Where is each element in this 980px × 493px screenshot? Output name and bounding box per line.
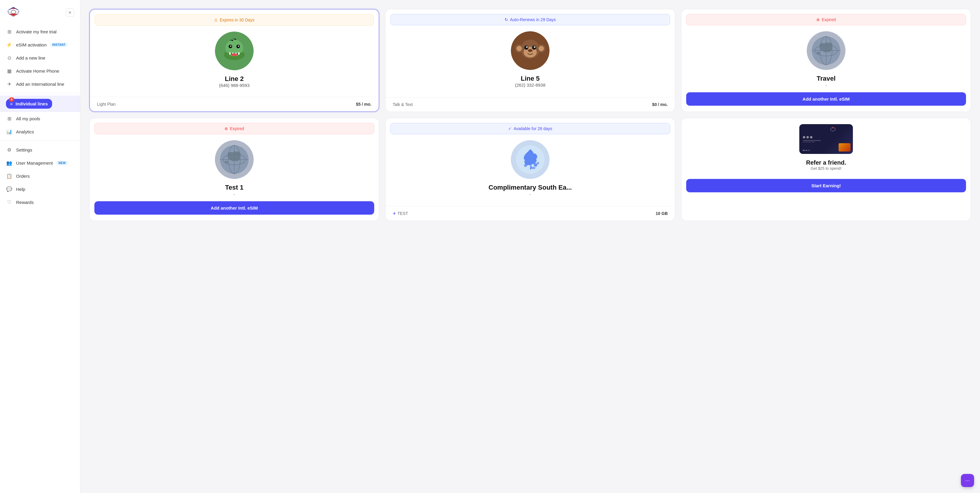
sidebar-divider2 <box>0 140 80 141</box>
card-refer-start-earning-button[interactable]: Start Earning! <box>686 179 966 192</box>
card-south-ea-plan: TEST <box>398 211 408 216</box>
card-line2-name: Line 2 <box>225 75 244 83</box>
card-refer-body: Refer a friend. Get $25 to spend! <box>681 118 971 175</box>
pools-icon: ⊞ <box>6 115 13 122</box>
chat-icon: ··· <box>965 477 970 484</box>
sidebar-item-international[interactable]: ✈ Add an International line <box>0 77 80 91</box>
sidebar-item-rewards[interactable]: ♡ Rewards <box>0 196 80 209</box>
card-line5-status: ↻ Auto-Renews in 29 Days <box>390 14 670 25</box>
card-south-ea[interactable]: ✓ Available for 28 days <box>385 118 675 221</box>
svg-point-21 <box>534 46 536 48</box>
sidebar-item-esim[interactable]: ⚡ eSIM activation INSTANT <box>0 38 80 51</box>
user-mgmt-icon: 👥 <box>6 159 13 166</box>
svg-point-19 <box>532 46 536 50</box>
card-line2-plan: Light Plan <box>97 102 116 107</box>
sidebar-item-home-phone[interactable]: ▦ Activate Home Phone <box>0 64 80 77</box>
sidebar-header: ✕ <box>0 6 80 25</box>
sidebar-item-add-line[interactable]: ⊙ Add a new line <box>0 51 80 64</box>
card-line5[interactable]: ↻ Auto-Renews in 29 Days <box>385 9 675 112</box>
individual-lines-count: 4 <box>9 97 14 102</box>
user-mgmt-badge: NEW <box>56 161 68 165</box>
sidebar-item-orders[interactable]: 📋 Orders <box>0 169 80 183</box>
international-icon: ✈ <box>6 81 13 87</box>
card-line5-plan: Talk & Text <box>393 102 413 107</box>
svg-point-24 <box>530 50 532 51</box>
main-content: ⚠ Expires in 30 Days <box>80 0 980 493</box>
card-line5-name: Line 5 <box>521 75 540 83</box>
svg-point-40 <box>534 163 537 167</box>
available-icon: ✓ <box>508 126 512 131</box>
svg-point-42 <box>524 164 527 167</box>
card-line2-status: ⚠ Expires in 30 Days <box>95 14 374 25</box>
svg-point-18 <box>524 46 528 50</box>
home-phone-icon: ▦ <box>6 68 13 74</box>
analytics-icon: 📊 <box>6 128 13 135</box>
chat-button[interactable]: ··· <box>961 474 974 487</box>
sidebar-item-settings[interactable]: ⚙ Settings <box>0 143 80 156</box>
card-test1[interactable]: ⊗ Expired Test 1 - <box>89 118 379 221</box>
svg-point-26 <box>517 46 522 51</box>
add-line-icon: ⊙ <box>6 54 13 61</box>
expired-travel-icon: ⊗ <box>816 17 820 22</box>
card-travel-status: ⊗ Expired <box>686 14 966 25</box>
sidebar-item-individual-lines[interactable]: ≡ Individual lines 4 <box>0 95 80 112</box>
sidebar-item-analytics[interactable]: 📊 Analytics <box>0 125 80 138</box>
svg-point-0 <box>11 10 16 14</box>
sidebar-close-button[interactable]: ✕ <box>66 8 74 17</box>
airplane-icon: ✈ <box>393 211 396 216</box>
svg-point-23 <box>529 50 530 51</box>
svg-rect-10 <box>229 52 231 54</box>
sidebar-item-pools[interactable]: ⊞ All my pools <box>0 112 80 125</box>
help-icon: 💬 <box>6 186 13 192</box>
card-refer[interactable]: Refer a friend. Get $25 to spend! Start … <box>681 118 971 221</box>
card-travel-name: Travel <box>816 75 835 83</box>
card-line2-avatar <box>215 32 254 70</box>
card-line5-footer: Talk & Text $0 / mo. <box>385 97 675 111</box>
individual-lines-icon: ≡ <box>10 102 13 106</box>
cards-grid: ⚠ Expires in 30 Days <box>89 9 971 221</box>
card-south-ea-status: ✓ Available for 28 days <box>390 123 670 134</box>
sidebar-divider <box>0 93 80 93</box>
sidebar-item-help[interactable]: 💬 Help <box>0 183 80 196</box>
card-refer-name: Refer a friend. <box>806 159 846 166</box>
card-test1-add-esim-button[interactable]: Add another Intl. eSIM <box>94 201 374 215</box>
card-line2-body: Line 2 (646) 988-9593 <box>90 25 379 89</box>
svg-point-43 <box>531 167 536 169</box>
card-test1-status: ⊗ Expired <box>94 123 374 134</box>
card-south-ea-name: Complimentary South Ea... <box>488 184 572 191</box>
card-test1-dash: - <box>233 191 235 198</box>
card-line2[interactable]: ⚠ Expires in 30 Days <box>89 9 379 112</box>
card-travel-add-esim-button[interactable]: Add another Intl. eSIM <box>686 92 966 106</box>
card-line5-number: (262) 332-8938 <box>515 83 546 87</box>
card-line2-price: $5 / mo. <box>356 102 372 107</box>
card-test1-body: Test 1 - <box>90 134 379 198</box>
esim-icon: ⚡ <box>6 41 13 48</box>
sidebar: ✕ ⊞ Activate my free trial ⚡ eSIM activa… <box>0 0 80 493</box>
autorenews-icon: ↻ <box>504 17 508 22</box>
card-line5-body: Line 5 (262) 332-8938 <box>385 25 675 89</box>
logo <box>6 6 21 19</box>
svg-point-14 <box>231 53 237 56</box>
expires-icon: ⚠ <box>214 17 218 22</box>
card-test1-avatar <box>215 140 254 179</box>
card-travel-body: Travel - <box>681 25 971 89</box>
svg-point-8 <box>230 46 231 47</box>
card-line5-price: $0 / mo. <box>652 102 668 107</box>
card-travel[interactable]: ⊗ Expired Travel - <box>681 9 971 112</box>
svg-point-22 <box>528 49 533 52</box>
svg-point-41 <box>537 162 539 164</box>
sidebar-item-activate-trial[interactable]: ⊞ Activate my free trial <box>0 25 80 38</box>
card-travel-avatar <box>807 31 845 70</box>
card-line2-footer: Light Plan $5 / mo. <box>90 97 379 111</box>
svg-point-9 <box>238 46 239 47</box>
sidebar-item-user-mgmt[interactable]: 👥 User Management NEW <box>0 156 80 169</box>
refer-card-image <box>799 124 853 154</box>
card-test1-name: Test 1 <box>225 184 243 191</box>
card-line5-avatar <box>511 31 550 70</box>
card-south-ea-price: 10 GB <box>656 211 668 216</box>
settings-icon: ⚙ <box>6 146 13 153</box>
orders-icon: 📋 <box>6 173 13 179</box>
card-line2-number: (646) 988-9593 <box>219 83 250 88</box>
activate-trial-icon: ⊞ <box>6 28 13 35</box>
svg-point-20 <box>526 46 528 48</box>
